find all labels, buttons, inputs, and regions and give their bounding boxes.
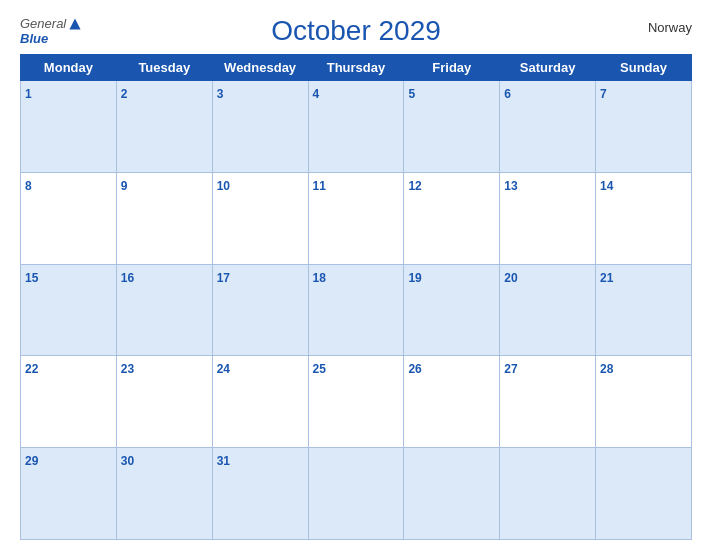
day-number: 5 — [408, 87, 415, 101]
calendar-row-1: 1234567 — [21, 81, 692, 173]
day-number: 16 — [121, 271, 134, 285]
calendar-cell: 27 — [500, 356, 596, 448]
col-saturday: Saturday — [500, 55, 596, 81]
col-wednesday: Wednesday — [212, 55, 308, 81]
logo-blue-text: Blue — [20, 31, 48, 46]
calendar-cell — [308, 448, 404, 540]
logo-icon — [68, 17, 82, 31]
calendar-cell: 13 — [500, 172, 596, 264]
calendar-cell: 31 — [212, 448, 308, 540]
day-number: 27 — [504, 362, 517, 376]
col-monday: Monday — [21, 55, 117, 81]
day-number: 7 — [600, 87, 607, 101]
calendar-row-4: 22232425262728 — [21, 356, 692, 448]
day-number: 31 — [217, 454, 230, 468]
day-number: 8 — [25, 179, 32, 193]
day-number: 3 — [217, 87, 224, 101]
calendar-cell: 18 — [308, 264, 404, 356]
svg-marker-0 — [70, 18, 81, 29]
day-number: 20 — [504, 271, 517, 285]
calendar-cell — [404, 448, 500, 540]
day-number: 22 — [25, 362, 38, 376]
col-sunday: Sunday — [596, 55, 692, 81]
calendar-cell: 4 — [308, 81, 404, 173]
day-number: 25 — [313, 362, 326, 376]
calendar-row-5: 293031 — [21, 448, 692, 540]
day-number: 12 — [408, 179, 421, 193]
day-number: 6 — [504, 87, 511, 101]
calendar-cell: 25 — [308, 356, 404, 448]
calendar-cell: 22 — [21, 356, 117, 448]
calendar-cell: 28 — [596, 356, 692, 448]
day-number: 21 — [600, 271, 613, 285]
day-number: 26 — [408, 362, 421, 376]
day-number: 14 — [600, 179, 613, 193]
month-title: October 2029 — [271, 15, 441, 47]
calendar-cell: 12 — [404, 172, 500, 264]
day-number: 1 — [25, 87, 32, 101]
calendar-cell: 30 — [116, 448, 212, 540]
day-number: 23 — [121, 362, 134, 376]
calendar-cell: 19 — [404, 264, 500, 356]
calendar-cell: 23 — [116, 356, 212, 448]
calendar-body: 1234567891011121314151617181920212223242… — [21, 81, 692, 540]
calendar-cell: 14 — [596, 172, 692, 264]
col-friday: Friday — [404, 55, 500, 81]
calendar-cell: 3 — [212, 81, 308, 173]
day-number: 13 — [504, 179, 517, 193]
calendar-header: General Blue October 2029 Norway — [20, 10, 692, 50]
calendar-cell: 20 — [500, 264, 596, 356]
logo-general-text: General — [20, 16, 66, 31]
calendar-row-2: 891011121314 — [21, 172, 692, 264]
col-thursday: Thursday — [308, 55, 404, 81]
calendar-cell: 24 — [212, 356, 308, 448]
calendar-cell: 7 — [596, 81, 692, 173]
calendar-cell: 9 — [116, 172, 212, 264]
calendar-cell: 8 — [21, 172, 117, 264]
calendar-cell: 17 — [212, 264, 308, 356]
calendar-table: Monday Tuesday Wednesday Thursday Friday… — [20, 54, 692, 540]
calendar-cell: 29 — [21, 448, 117, 540]
col-tuesday: Tuesday — [116, 55, 212, 81]
calendar-cell: 5 — [404, 81, 500, 173]
calendar-cell: 1 — [21, 81, 117, 173]
day-number: 2 — [121, 87, 128, 101]
day-number: 10 — [217, 179, 230, 193]
calendar-cell: 21 — [596, 264, 692, 356]
day-number: 30 — [121, 454, 134, 468]
calendar-cell: 26 — [404, 356, 500, 448]
day-number: 19 — [408, 271, 421, 285]
calendar-row-3: 15161718192021 — [21, 264, 692, 356]
day-number: 18 — [313, 271, 326, 285]
day-number: 24 — [217, 362, 230, 376]
calendar-cell: 2 — [116, 81, 212, 173]
calendar-cell: 15 — [21, 264, 117, 356]
country-label: Norway — [648, 20, 692, 35]
calendar-cell: 6 — [500, 81, 596, 173]
calendar-cell: 16 — [116, 264, 212, 356]
calendar-cell: 10 — [212, 172, 308, 264]
day-number: 4 — [313, 87, 320, 101]
day-number: 17 — [217, 271, 230, 285]
days-header-row: Monday Tuesday Wednesday Thursday Friday… — [21, 55, 692, 81]
logo: General Blue — [20, 16, 82, 46]
day-number: 28 — [600, 362, 613, 376]
day-number: 11 — [313, 179, 326, 193]
calendar-cell — [596, 448, 692, 540]
day-number: 9 — [121, 179, 128, 193]
calendar-cell — [500, 448, 596, 540]
calendar-cell: 11 — [308, 172, 404, 264]
day-number: 29 — [25, 454, 38, 468]
day-number: 15 — [25, 271, 38, 285]
